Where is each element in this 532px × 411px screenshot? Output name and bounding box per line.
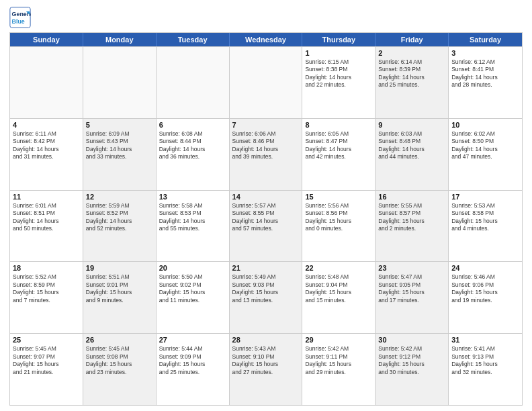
day-number: 7 xyxy=(232,121,300,129)
calendar-cell: 24Sunrise: 5:46 AM Sunset: 9:06 PM Dayli… xyxy=(449,262,522,333)
day-number: 12 xyxy=(86,193,153,201)
day-number: 14 xyxy=(232,193,300,201)
cell-info: Sunrise: 5:53 AM Sunset: 8:58 PM Dayligh… xyxy=(451,202,519,233)
cell-info: Sunrise: 5:41 AM Sunset: 9:13 PM Dayligh… xyxy=(451,345,519,376)
day-number: 18 xyxy=(13,264,80,272)
calendar-cell xyxy=(157,47,230,118)
cell-info: Sunrise: 6:12 AM Sunset: 8:41 PM Dayligh… xyxy=(451,58,519,89)
calendar-row-4: 18Sunrise: 5:52 AM Sunset: 8:59 PM Dayli… xyxy=(10,261,522,333)
weekday-header-friday: Friday xyxy=(375,33,449,46)
day-number: 20 xyxy=(159,264,226,272)
calendar-header: SundayMondayTuesdayWednesdayThursdayFrid… xyxy=(10,33,522,46)
calendar-cell: 28Sunrise: 5:43 AM Sunset: 9:10 PM Dayli… xyxy=(230,334,303,405)
weekday-header-sunday: Sunday xyxy=(10,33,83,46)
calendar-cell: 23Sunrise: 5:47 AM Sunset: 9:05 PM Dayli… xyxy=(375,262,449,333)
cell-info: Sunrise: 6:14 AM Sunset: 8:39 PM Dayligh… xyxy=(378,58,445,89)
cell-info: Sunrise: 5:42 AM Sunset: 9:12 PM Dayligh… xyxy=(378,345,445,376)
cell-info: Sunrise: 5:45 AM Sunset: 9:08 PM Dayligh… xyxy=(86,345,153,376)
calendar-body: 1Sunrise: 6:15 AM Sunset: 8:38 PM Daylig… xyxy=(10,46,522,405)
calendar-cell: 3Sunrise: 6:12 AM Sunset: 8:41 PM Daylig… xyxy=(449,47,522,118)
cell-info: Sunrise: 5:47 AM Sunset: 9:05 PM Dayligh… xyxy=(378,273,445,304)
day-number: 26 xyxy=(86,336,153,344)
cell-info: Sunrise: 6:15 AM Sunset: 8:38 PM Dayligh… xyxy=(305,58,372,89)
calendar-cell xyxy=(230,47,303,118)
cell-info: Sunrise: 5:58 AM Sunset: 8:53 PM Dayligh… xyxy=(159,202,226,233)
day-number: 23 xyxy=(378,264,445,272)
day-number: 1 xyxy=(305,49,372,57)
cell-info: Sunrise: 6:05 AM Sunset: 8:47 PM Dayligh… xyxy=(305,130,372,161)
cell-info: Sunrise: 6:06 AM Sunset: 8:46 PM Dayligh… xyxy=(232,130,300,161)
day-number: 17 xyxy=(451,193,519,201)
calendar-cell: 25Sunrise: 5:45 AM Sunset: 9:07 PM Dayli… xyxy=(10,334,83,405)
calendar-cell: 4Sunrise: 6:11 AM Sunset: 8:42 PM Daylig… xyxy=(10,119,83,190)
day-number: 6 xyxy=(159,121,226,129)
page-header: General Blue xyxy=(9,7,523,28)
weekday-header-saturday: Saturday xyxy=(449,33,522,46)
day-number: 30 xyxy=(378,336,445,344)
calendar-cell xyxy=(83,47,157,118)
cell-info: Sunrise: 5:59 AM Sunset: 8:52 PM Dayligh… xyxy=(86,202,153,233)
day-number: 10 xyxy=(451,121,519,129)
day-number: 9 xyxy=(378,121,445,129)
calendar-cell: 17Sunrise: 5:53 AM Sunset: 8:58 PM Dayli… xyxy=(449,191,522,262)
calendar-cell: 18Sunrise: 5:52 AM Sunset: 8:59 PM Dayli… xyxy=(10,262,83,333)
day-number: 3 xyxy=(451,49,519,57)
calendar-row-2: 4Sunrise: 6:11 AM Sunset: 8:42 PM Daylig… xyxy=(10,118,522,190)
cell-info: Sunrise: 6:03 AM Sunset: 8:48 PM Dayligh… xyxy=(378,130,445,161)
day-number: 19 xyxy=(86,264,153,272)
calendar-cell: 2Sunrise: 6:14 AM Sunset: 8:39 PM Daylig… xyxy=(375,47,449,118)
calendar: SundayMondayTuesdayWednesdayThursdayFrid… xyxy=(9,32,523,406)
calendar-cell: 22Sunrise: 5:48 AM Sunset: 9:04 PM Dayli… xyxy=(302,262,375,333)
cell-info: Sunrise: 5:52 AM Sunset: 8:59 PM Dayligh… xyxy=(13,273,80,304)
day-number: 16 xyxy=(378,193,445,201)
cell-info: Sunrise: 5:51 AM Sunset: 9:01 PM Dayligh… xyxy=(86,273,153,304)
calendar-cell: 20Sunrise: 5:50 AM Sunset: 9:02 PM Dayli… xyxy=(157,262,230,333)
calendar-row-5: 25Sunrise: 5:45 AM Sunset: 9:07 PM Dayli… xyxy=(10,333,522,405)
cell-info: Sunrise: 5:45 AM Sunset: 9:07 PM Dayligh… xyxy=(13,345,80,376)
cell-info: Sunrise: 5:56 AM Sunset: 8:56 PM Dayligh… xyxy=(305,202,372,233)
cell-info: Sunrise: 5:43 AM Sunset: 9:10 PM Dayligh… xyxy=(232,345,300,376)
weekday-header-monday: Monday xyxy=(83,33,157,46)
cell-info: Sunrise: 5:42 AM Sunset: 9:11 PM Dayligh… xyxy=(305,345,372,376)
day-number: 25 xyxy=(13,336,80,344)
day-number: 24 xyxy=(451,264,519,272)
calendar-cell: 29Sunrise: 5:42 AM Sunset: 9:11 PM Dayli… xyxy=(302,334,375,405)
calendar-cell: 31Sunrise: 5:41 AM Sunset: 9:13 PM Dayli… xyxy=(449,334,522,405)
calendar-cell: 5Sunrise: 6:09 AM Sunset: 8:43 PM Daylig… xyxy=(83,119,157,190)
cell-info: Sunrise: 6:08 AM Sunset: 8:44 PM Dayligh… xyxy=(159,130,226,161)
calendar-cell: 6Sunrise: 6:08 AM Sunset: 8:44 PM Daylig… xyxy=(157,119,230,190)
calendar-row-1: 1Sunrise: 6:15 AM Sunset: 8:38 PM Daylig… xyxy=(10,46,522,118)
day-number: 13 xyxy=(159,193,226,201)
weekday-header-tuesday: Tuesday xyxy=(157,33,230,46)
cell-info: Sunrise: 6:01 AM Sunset: 8:51 PM Dayligh… xyxy=(13,202,80,233)
calendar-cell: 30Sunrise: 5:42 AM Sunset: 9:12 PM Dayli… xyxy=(375,334,449,405)
calendar-cell: 7Sunrise: 6:06 AM Sunset: 8:46 PM Daylig… xyxy=(230,119,303,190)
cell-info: Sunrise: 5:50 AM Sunset: 9:02 PM Dayligh… xyxy=(159,273,226,304)
calendar-cell xyxy=(10,47,83,118)
calendar-cell: 26Sunrise: 5:45 AM Sunset: 9:08 PM Dayli… xyxy=(83,334,157,405)
day-number: 5 xyxy=(86,121,153,129)
day-number: 27 xyxy=(159,336,226,344)
cell-info: Sunrise: 6:09 AM Sunset: 8:43 PM Dayligh… xyxy=(86,130,153,161)
calendar-cell: 10Sunrise: 6:02 AM Sunset: 8:50 PM Dayli… xyxy=(449,119,522,190)
day-number: 21 xyxy=(232,264,300,272)
cell-info: Sunrise: 6:02 AM Sunset: 8:50 PM Dayligh… xyxy=(451,130,519,161)
calendar-cell: 9Sunrise: 6:03 AM Sunset: 8:48 PM Daylig… xyxy=(375,119,449,190)
cell-info: Sunrise: 5:46 AM Sunset: 9:06 PM Dayligh… xyxy=(451,273,519,304)
calendar-cell: 21Sunrise: 5:49 AM Sunset: 9:03 PM Dayli… xyxy=(230,262,303,333)
day-number: 15 xyxy=(305,193,372,201)
calendar-cell: 11Sunrise: 6:01 AM Sunset: 8:51 PM Dayli… xyxy=(10,191,83,262)
logo: General Blue xyxy=(9,7,31,28)
calendar-cell: 15Sunrise: 5:56 AM Sunset: 8:56 PM Dayli… xyxy=(302,191,375,262)
cell-info: Sunrise: 6:11 AM Sunset: 8:42 PM Dayligh… xyxy=(13,130,80,161)
day-number: 31 xyxy=(451,336,519,344)
cell-info: Sunrise: 5:49 AM Sunset: 9:03 PM Dayligh… xyxy=(232,273,300,304)
calendar-cell: 12Sunrise: 5:59 AM Sunset: 8:52 PM Dayli… xyxy=(83,191,157,262)
calendar-cell: 27Sunrise: 5:44 AM Sunset: 9:09 PM Dayli… xyxy=(157,334,230,405)
cell-info: Sunrise: 5:48 AM Sunset: 9:04 PM Dayligh… xyxy=(305,273,372,304)
calendar-cell: 19Sunrise: 5:51 AM Sunset: 9:01 PM Dayli… xyxy=(83,262,157,333)
day-number: 4 xyxy=(13,121,80,129)
calendar-cell: 14Sunrise: 5:57 AM Sunset: 8:55 PM Dayli… xyxy=(230,191,303,262)
page-container: General Blue SundayMondayTuesdayWednesda… xyxy=(0,0,532,411)
calendar-cell: 1Sunrise: 6:15 AM Sunset: 8:38 PM Daylig… xyxy=(302,47,375,118)
